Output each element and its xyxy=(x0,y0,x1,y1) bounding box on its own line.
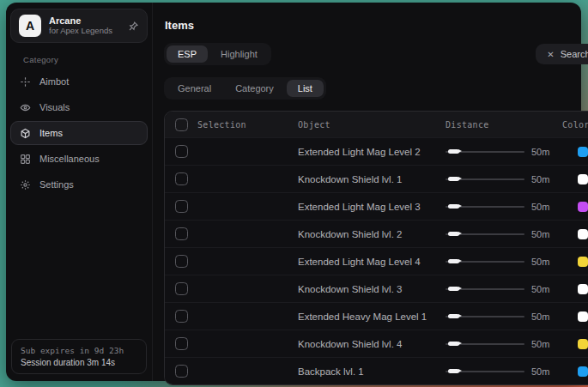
distance-value: 50m xyxy=(531,366,562,377)
sidebar-item-items[interactable]: Items xyxy=(10,121,148,145)
table-header: Selection Object Distance Color xyxy=(165,112,588,137)
color-swatch[interactable] xyxy=(578,311,588,322)
table-row: Backpack lvl. 1 50m xyxy=(165,357,588,384)
tab-highlight[interactable]: Highlight xyxy=(209,45,269,63)
table-row: Knockdown Shield lvl. 4 50m xyxy=(165,330,588,357)
distance-value: 50m xyxy=(531,147,562,157)
app-window: A Arcane for Apex Legends Category xyxy=(6,3,581,381)
color-swatch[interactable] xyxy=(578,366,588,377)
row-checkbox[interactable] xyxy=(175,172,188,185)
sidebar-item-label: Visuals xyxy=(39,102,70,112)
slider-handle[interactable] xyxy=(448,259,459,263)
crosshair-icon xyxy=(20,76,31,88)
slider-handle[interactable] xyxy=(448,204,459,209)
distance-slider[interactable] xyxy=(446,228,524,240)
row-checkbox[interactable] xyxy=(175,200,188,213)
row-checkbox[interactable] xyxy=(175,337,188,350)
distance-value: 50m xyxy=(531,339,562,349)
sidebar-item-miscellaneous[interactable]: Miscellaneous xyxy=(10,147,148,171)
row-checkbox[interactable] xyxy=(175,365,188,378)
slider-handle[interactable] xyxy=(448,177,459,181)
color-swatch[interactable] xyxy=(578,339,588,349)
tab-list[interactable]: List xyxy=(287,80,324,97)
object-name: Extended Light Mag Level 3 xyxy=(298,202,446,212)
color-swatch[interactable] xyxy=(578,257,588,267)
sidebar-item-aimbot[interactable]: Aimbot xyxy=(10,70,148,94)
sidebar-item-settings[interactable]: Settings xyxy=(10,172,148,197)
color-swatch[interactable] xyxy=(578,202,588,212)
object-name: Knockdown Shield lvl. 3 xyxy=(298,284,446,294)
app-name: Arcane xyxy=(49,15,120,27)
object-name: Knockdown Shield lvl. 4 xyxy=(298,339,446,349)
sidebar: A Arcane for Apex Legends Category xyxy=(6,3,153,381)
items-table: Selection Object Distance Color Extended… xyxy=(164,111,588,385)
distance-slider[interactable] xyxy=(446,338,524,350)
sub-expires-text: Sub expires in 9d 23h xyxy=(21,346,137,355)
sidebar-item-label: Items xyxy=(39,128,63,138)
view-tabs: General Category List xyxy=(164,77,326,100)
main-panel: Items ESP Highlight ✕ Search General Cat… xyxy=(153,3,588,381)
distance-value: 50m xyxy=(531,284,562,294)
row-checkbox[interactable] xyxy=(175,255,188,268)
app-logo-card: A Arcane for Apex Legends xyxy=(10,9,148,43)
color-swatch[interactable] xyxy=(578,284,588,294)
distance-value: 50m xyxy=(531,311,562,322)
color-swatch[interactable] xyxy=(578,229,588,239)
table-row: Knockdown Shield lvl. 3 50m xyxy=(165,275,588,302)
distance-slider[interactable] xyxy=(446,173,524,185)
row-checkbox[interactable] xyxy=(175,227,188,240)
slider-handle[interactable] xyxy=(448,342,459,346)
mode-tabs: ESP Highlight xyxy=(164,43,271,65)
slider-handle[interactable] xyxy=(448,369,459,373)
table-body: Extended Light Mag Level 2 50m Knockdown… xyxy=(165,137,588,384)
table-row: Extended Light Mag Level 2 50m xyxy=(165,137,588,165)
search-button-label: Search xyxy=(561,49,588,59)
cube-icon xyxy=(20,128,31,139)
table-row: Knockdown Shield lvl. 1 50m xyxy=(165,165,588,192)
distance-slider[interactable] xyxy=(446,366,524,378)
slider-handle[interactable] xyxy=(448,314,459,318)
table-row: Extended Heavy Mag Level 1 50m xyxy=(165,302,588,330)
subscription-panel: Sub expires in 9d 23h Session duration 3… xyxy=(11,339,147,374)
gear-icon xyxy=(20,179,31,190)
color-swatch[interactable] xyxy=(578,147,588,157)
sidebar-item-label: Aimbot xyxy=(39,76,69,87)
slider-handle[interactable] xyxy=(448,287,459,291)
table-row: Extended Light Mag Level 4 50m xyxy=(165,247,588,275)
x-icon: ✕ xyxy=(547,50,554,59)
sidebar-item-visuals[interactable]: Visuals xyxy=(10,95,148,119)
app-subtitle: for Apex Legends xyxy=(49,27,120,36)
slider-handle[interactable] xyxy=(448,149,459,154)
select-all-checkbox[interactable] xyxy=(175,118,188,131)
distance-slider[interactable] xyxy=(446,146,524,158)
row-checkbox[interactable] xyxy=(175,282,188,295)
color-swatch[interactable] xyxy=(578,174,588,184)
distance-slider[interactable] xyxy=(446,283,524,295)
row-checkbox[interactable] xyxy=(175,310,188,323)
distance-slider[interactable] xyxy=(446,201,524,213)
search-button[interactable]: ✕ Search xyxy=(536,44,588,64)
column-header-selection: Selection xyxy=(197,120,246,130)
table-row: Extended Light Mag Level 3 50m xyxy=(165,192,588,220)
distance-value: 50m xyxy=(531,202,562,212)
row-checkbox[interactable] xyxy=(175,145,188,158)
object-name: Extended Light Mag Level 2 xyxy=(298,147,446,157)
column-header-color: Color xyxy=(562,120,588,130)
pin-icon[interactable] xyxy=(128,21,139,32)
tab-category[interactable]: Category xyxy=(224,80,285,97)
column-header-distance: Distance xyxy=(446,120,531,130)
tab-general[interactable]: General xyxy=(167,80,222,97)
distance-slider[interactable] xyxy=(446,256,524,268)
distance-value: 50m xyxy=(531,229,562,239)
session-duration-text: Session duration 3m 14s xyxy=(21,358,137,367)
object-name: Knockdown Shield lvl. 1 xyxy=(298,174,446,184)
object-name: Extended Heavy Mag Level 1 xyxy=(298,311,446,322)
tab-esp[interactable]: ESP xyxy=(167,45,208,63)
sidebar-nav: Aimbot Visuals Items xyxy=(10,70,148,197)
slider-handle[interactable] xyxy=(448,232,459,236)
page-title: Items xyxy=(165,19,588,32)
distance-value: 50m xyxy=(531,174,562,184)
app-logo: A xyxy=(19,15,41,37)
table-row: Knockdown Shield lvl. 2 50m xyxy=(165,220,588,247)
distance-slider[interactable] xyxy=(446,311,524,323)
